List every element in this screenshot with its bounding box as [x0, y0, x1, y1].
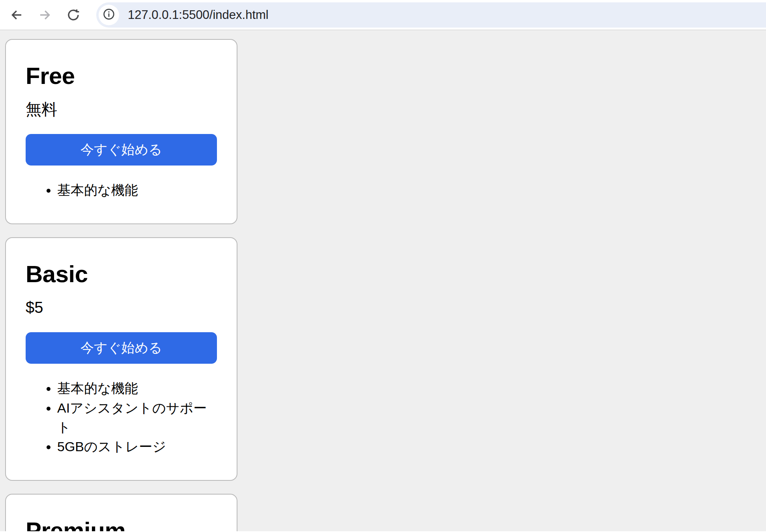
site-info-button[interactable]	[99, 5, 119, 25]
plan-title: Premium	[26, 518, 217, 531]
feature-item: 基本的な機能	[57, 379, 217, 398]
back-button[interactable]	[8, 6, 25, 24]
plan-price: 無料	[26, 100, 217, 118]
back-arrow-icon	[9, 8, 24, 22]
info-icon	[102, 7, 116, 22]
feature-item: 基本的な機能	[57, 180, 217, 200]
reload-icon	[66, 8, 80, 22]
forward-button[interactable]	[36, 6, 54, 24]
feature-item: AIアシスタントのサポート	[57, 398, 217, 437]
plan-title: Basic	[26, 262, 217, 286]
plan-price: $5	[26, 298, 217, 316]
cta-button[interactable]: 今すぐ始める	[26, 134, 217, 166]
feature-list: 基本的な機能	[26, 180, 217, 200]
reload-button[interactable]	[65, 6, 82, 24]
url-text: 127.0.0.1:5500/index.html	[128, 8, 269, 22]
pricing-card-premium: Premium	[5, 494, 237, 531]
pricing-card-free: Free 無料 今すぐ始める 基本的な機能	[5, 39, 237, 224]
feature-list: 基本的な機能 AIアシスタントのサポート 5GBのストレージ	[26, 379, 217, 456]
pricing-page: Free 無料 今すぐ始める 基本的な機能 Basic $5 今すぐ始める 基本…	[0, 30, 766, 531]
browser-toolbar: 127.0.0.1:5500/index.html	[0, 0, 766, 30]
pricing-card-basic: Basic $5 今すぐ始める 基本的な機能 AIアシスタントのサポート 5GB…	[5, 237, 237, 481]
plan-title: Free	[26, 63, 217, 88]
url-bar[interactable]: 127.0.0.1:5500/index.html	[96, 2, 766, 28]
feature-item: 5GBのストレージ	[57, 437, 217, 456]
cta-button[interactable]: 今すぐ始める	[26, 332, 217, 364]
forward-arrow-icon	[38, 8, 52, 22]
